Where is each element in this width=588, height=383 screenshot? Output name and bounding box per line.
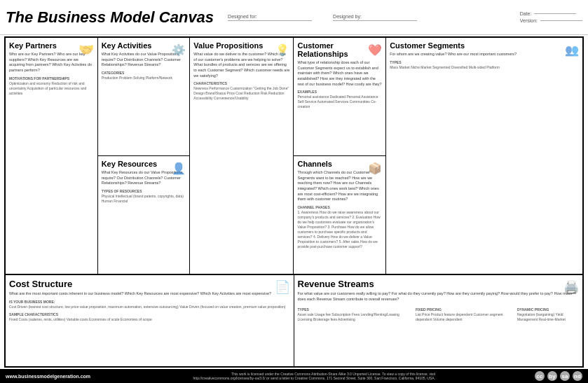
revenue-icon — [563, 279, 579, 295]
resource-icon — [172, 160, 186, 176]
cell-key-partners: Key Partners Who are our Key Partners? W… — [6, 38, 98, 274]
date-label: Date: — [520, 11, 532, 16]
customer-rel-examples-label: EXAMPLES — [297, 90, 382, 95]
customer-rel-examples: Personal assistance Dedicated Personal A… — [297, 95, 382, 109]
cell-channels: Channels Through which Channels do our C… — [294, 156, 385, 274]
cost-samples: Fixed Costs (salaries, rents, utilities)… — [9, 317, 290, 322]
cost-structure-title: Cost Structure — [9, 279, 290, 289]
version-line — [540, 20, 582, 21]
page-wrapper: The Business Model Canvas Designed for: … — [0, 0, 588, 383]
cost-is-label: IS YOUR BUSINESS MORE: — [9, 300, 290, 305]
cell-revenue-streams: Revenue Streams For what value are our c… — [294, 275, 583, 366]
designed-for-line — [228, 20, 312, 21]
date-row: Date: — [520, 11, 582, 16]
value-icon — [275, 41, 289, 57]
page-title: The Business Model Canvas — [6, 8, 214, 27]
revenue-fixed-label: FIXED PRICING — [416, 307, 503, 312]
header-right: Date: Version: — [520, 11, 582, 23]
by-icon: by — [547, 371, 557, 381]
activity-icon — [172, 41, 186, 57]
key-resources-types-label: TYPES OF RESOURCES — [102, 189, 186, 194]
cell-cost-structure: Cost Structure What are the most importa… — [6, 275, 294, 366]
relationship-icon — [368, 41, 382, 57]
cell-customer-relationships: Customer Relationships What type of rela… — [294, 38, 385, 156]
version-row: Version: — [520, 18, 582, 23]
revenue-streams-title: Revenue Streams — [298, 279, 580, 289]
customer-seg-types: Mass Market Niche Market Segmented Diver… — [390, 65, 579, 70]
value-props-characteristics: Newness Performance Customization "Getti… — [193, 86, 289, 101]
channels-icon — [368, 160, 382, 176]
cost-icon — [275, 279, 290, 295]
customer-seg-questions: For whom are we creating value? Who are … — [390, 52, 579, 57]
cell-customer-segments: Customer Segments For whom are we creati… — [386, 38, 582, 274]
cell-value-propositions: Value Propositions What value do we deli… — [190, 38, 294, 274]
handshake-icon — [78, 41, 94, 57]
footer-icons: cc by sa nd — [535, 371, 582, 381]
cell-key-activities: Key Activities What Key Activities do ou… — [98, 38, 190, 156]
revenue-fixed: List Price Product feature dependent Cus… — [416, 312, 503, 322]
footer-url: www.businessmodelgeneration.com — [6, 374, 90, 379]
header-fields: Designed for: Designed by: — [228, 14, 506, 21]
sa-icon: sa — [560, 371, 570, 381]
customer-seg-title: Customer Segments — [390, 41, 579, 50]
footer-copyright: This work is licensed under the Creative… — [190, 372, 435, 380]
revenue-dynamic: Negotiation (bargaining) Yield Managemen… — [517, 312, 579, 322]
key-partners-motivations-label: MOTIVATIONS FOR PARTNERSHIPS — [9, 76, 94, 81]
header: The Business Model Canvas Designed for: … — [0, 0, 588, 35]
key-activities-categories: Production Problem Solving Platform/Netw… — [102, 76, 186, 81]
channels-phases-label: CHANNEL PHASES — [297, 205, 382, 210]
designed-by-line — [333, 20, 417, 21]
revenue-dynamic-label: DYNAMIC PRICING — [517, 307, 579, 312]
key-resources-types: Physical Intellectual (brand patents, co… — [102, 194, 186, 204]
segments-icon — [565, 41, 579, 57]
designed-for-label: Designed for: — [228, 14, 312, 19]
cell-stack-activities-resources: Key Activities What Key Activities do ou… — [98, 38, 191, 274]
canvas-top: Key Partners Who are our Key Partners? W… — [6, 38, 582, 275]
nd-icon: nd — [573, 371, 582, 381]
designed-by-field: Designed by: — [333, 14, 417, 21]
revenue-types-label: TYPES — [298, 307, 402, 312]
key-partners-motivations: Optimization and economy Reduction of ri… — [9, 81, 94, 96]
canvas-bottom: Cost Structure What are the most importa… — [6, 275, 582, 366]
version-label: Version: — [520, 18, 538, 23]
designed-for-field: Designed for: — [228, 14, 312, 21]
designed-by-label: Designed by: — [333, 14, 417, 19]
cost-sample-label: SAMPLE CHARACTERISTICS — [9, 312, 290, 317]
canvas-area: Key Partners Who are our Key Partners? W… — [4, 36, 584, 368]
cell-key-resources: Key Resources What Key Resources do our … — [98, 156, 190, 274]
key-activities-categories-label: CATEGORIES — [102, 71, 186, 76]
cost-structure-questions: What are the most important costs inhere… — [9, 291, 290, 297]
customer-seg-types-label: TYPES — [390, 60, 579, 65]
value-props-char-label: CHARACTERISTICS — [193, 81, 289, 86]
footer: www.businessmodelgeneration.com This wor… — [0, 369, 588, 383]
channels-phases: 1. Awareness How do we raise awareness a… — [297, 210, 382, 249]
customer-rel-questions: What type of relationship does each of o… — [297, 60, 382, 87]
date-line — [534, 13, 576, 14]
revenue-types: Asset sale Usage fee Subscription Fees L… — [298, 312, 402, 322]
cell-stack-cr-channels: Customer Relationships What type of rela… — [294, 38, 386, 274]
revenue-streams-questions: For what value are our customers really … — [298, 291, 580, 302]
cc-icon: cc — [535, 371, 545, 381]
cost-is-options: Cost Driven (leanest cost structure, low… — [9, 305, 290, 309]
